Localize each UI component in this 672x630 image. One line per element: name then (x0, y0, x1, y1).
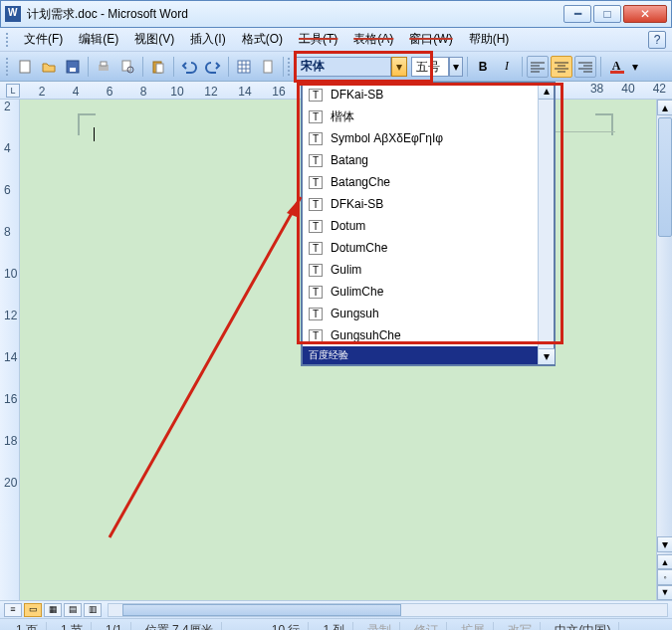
close-button[interactable]: ✕ (623, 5, 667, 23)
font-option[interactable]: TGungsuh (303, 303, 554, 324)
font-option[interactable]: TGungsuhChe (303, 324, 554, 346)
font-option[interactable]: TBatangChe (303, 171, 554, 193)
menu-tools[interactable]: 工具(T) (293, 29, 343, 50)
reading-view-button[interactable]: ▥ (84, 603, 102, 617)
web-layout-view-button[interactable]: ▦ (44, 603, 62, 617)
align-center-button[interactable] (551, 56, 572, 78)
bold-button[interactable]: B (472, 56, 494, 78)
status-bar: 1 页 1 节 1/1 位置 7.4厘米 10 行 1 列 录制 修订 扩展 改… (0, 618, 672, 630)
window-title: 计划需求.doc - Microsoft Word (27, 6, 558, 23)
svg-rect-0 (20, 61, 30, 73)
scroll-down-button[interactable]: ▾ (657, 536, 672, 552)
browse-object-button[interactable]: ◦ (657, 569, 672, 584)
next-page-button[interactable]: ▼ (657, 585, 672, 600)
menu-file[interactable]: 文件(F) (18, 29, 69, 50)
scroll-down-button[interactable]: ▾ (539, 348, 555, 364)
browse-object-controls: ▲ ◦ ▼ (657, 554, 672, 600)
font-option[interactable]: TDotumChe (303, 237, 554, 259)
font-selector[interactable]: ▾ (296, 57, 407, 77)
align-right-button[interactable] (574, 56, 596, 78)
separator-icon (467, 57, 468, 77)
menubar-grip-icon (6, 33, 10, 47)
menu-format[interactable]: 格式(O) (236, 29, 289, 50)
maximize-button[interactable]: □ (593, 5, 621, 23)
truetype-icon: T (309, 286, 323, 299)
menu-view[interactable]: 视图(V) (128, 29, 180, 50)
minimize-button[interactable]: ━ (563, 5, 591, 23)
font-size-value[interactable]: 五号 (411, 57, 449, 77)
document-button[interactable] (257, 56, 279, 78)
font-dropdown-list[interactable]: TDFKai-SBT楷体TSymbol ΑβΧδΕφΓηΙφTBatangTBa… (301, 82, 556, 366)
insert-table-button[interactable] (233, 56, 255, 78)
print-layout-view-button[interactable]: ▭ (24, 603, 42, 617)
font-option[interactable]: TSymbol ΑβΧδΕφΓηΙφ (303, 127, 554, 149)
scroll-up-button[interactable]: ▴ (539, 84, 554, 100)
italic-button[interactable]: I (496, 56, 518, 78)
font-input[interactable] (296, 57, 391, 77)
help-icon[interactable]: ? (648, 31, 666, 49)
undo-button[interactable] (178, 56, 200, 78)
vertical-ruler[interactable]: 246810 1214161820 (0, 100, 20, 600)
ruler-right-ticks: 384042 (590, 82, 672, 96)
font-size-selector[interactable]: 五号 ▾ (411, 57, 463, 77)
paste-button[interactable] (147, 56, 169, 78)
font-option[interactable]: TBatang (303, 149, 554, 171)
truetype-icon: T (309, 264, 323, 277)
toolbar: ▾ 五号 ▾ B I A ▾ (0, 52, 672, 82)
menu-help[interactable]: 帮助(H) (463, 29, 516, 50)
redo-button[interactable] (202, 56, 224, 78)
font-option[interactable]: TGulimChe (303, 281, 554, 303)
truetype-icon: T (309, 154, 323, 167)
font-option[interactable]: TGulim (303, 259, 554, 281)
separator-icon (142, 57, 143, 77)
font-option-label: Symbol ΑβΧδΕφΓηΙφ (331, 131, 443, 145)
new-doc-button[interactable] (14, 56, 36, 78)
scroll-up-button[interactable]: ▴ (657, 100, 672, 115)
font-option[interactable]: TDFKai-SB (303, 84, 554, 105)
svg-rect-14 (264, 61, 272, 73)
separator-icon (88, 57, 89, 77)
status-line: 10 行 (264, 622, 310, 631)
separator-icon (522, 57, 523, 77)
font-color-dropdown[interactable]: ▾ (629, 56, 641, 78)
tab-selector-icon[interactable]: L (6, 84, 20, 98)
print-button[interactable] (93, 56, 114, 78)
status-extend: 扩展 (453, 622, 494, 631)
status-pages: 1/1 (98, 622, 131, 631)
svg-rect-9 (238, 61, 250, 73)
hscroll-thumb[interactable] (122, 604, 401, 616)
font-option-label: DFKai-SB (331, 88, 383, 102)
word-app-icon (5, 6, 21, 22)
svg-rect-5 (122, 61, 130, 71)
separator-icon (173, 57, 174, 77)
open-button[interactable] (38, 56, 60, 78)
truetype-icon: T (309, 242, 323, 255)
prev-page-button[interactable]: ▲ (657, 554, 672, 569)
align-left-button[interactable] (527, 56, 549, 78)
normal-view-button[interactable]: ≡ (4, 603, 22, 617)
dropdown-scrollbar[interactable]: ▴ ▾ (538, 84, 554, 364)
font-option[interactable]: T楷体 (303, 105, 554, 127)
vruler-ticks: 246810 1214161820 (4, 100, 17, 490)
font-option-label: DotumChe (331, 241, 387, 255)
truetype-icon: T (309, 110, 323, 123)
menu-edit[interactable]: 编辑(E) (73, 29, 124, 50)
vertical-scrollbar[interactable]: ▴ ▾ ▲ ◦ ▼ (656, 100, 672, 600)
font-option-label: Dotum (331, 219, 365, 233)
scroll-thumb[interactable] (658, 117, 672, 237)
font-option[interactable]: TDotum (303, 215, 554, 237)
save-button[interactable] (62, 56, 84, 78)
menu-bar: 文件(F) 编辑(E) 视图(V) 插入(I) 格式(O) 工具(T) 表格(A… (0, 28, 672, 52)
font-size-dropdown-button[interactable]: ▾ (449, 57, 463, 77)
font-option[interactable]: TDFKai-SB (303, 193, 554, 215)
horizontal-scrollbar[interactable] (108, 603, 668, 617)
menu-table[interactable]: 表格(A) (347, 29, 399, 50)
status-language: 中文(中国) (547, 622, 619, 631)
print-preview-button[interactable] (116, 56, 138, 78)
status-page: 1 页 (8, 622, 47, 631)
font-color-button[interactable]: A (605, 56, 627, 78)
menu-window[interactable]: 窗口(W) (403, 29, 458, 50)
font-dropdown-button[interactable]: ▾ (391, 57, 407, 77)
menu-insert[interactable]: 插入(I) (184, 29, 231, 50)
outline-view-button[interactable]: ▤ (64, 603, 82, 617)
